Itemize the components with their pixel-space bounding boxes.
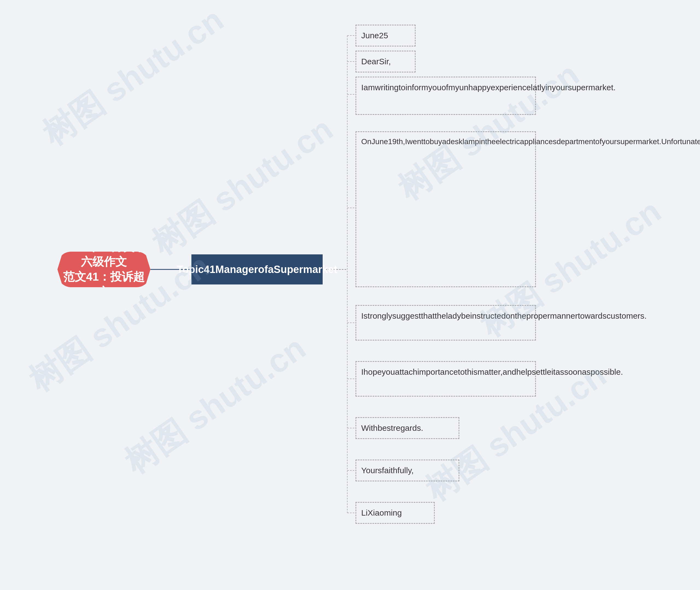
watermark-2: 树图 shutu.cn [143, 107, 342, 265]
box-june25: June25 [355, 25, 416, 46]
box-hope: Ihopeyouattachimportancetothismatter,and… [355, 361, 536, 397]
topic-node-label: Topic41ManagerofaSupermarket [177, 264, 337, 276]
box-name: LiXiaoming [355, 502, 435, 524]
box-regards: Withbestregards. [355, 417, 459, 439]
central-node: 2018年12月英语六级作文 范文41：投诉超市 [57, 252, 150, 287]
watermark-1: 树图 shutu.cn [34, 0, 232, 156]
box-faithfully: Yoursfaithfully, [355, 460, 459, 481]
box-suggestion: Istronglysuggestthattheladybeinstructedo… [355, 305, 536, 340]
watermark-4: 树图 shutu.cn [116, 326, 315, 484]
box-intro: Iamwritingtoinformyouofmyunhappyexperien… [355, 77, 536, 115]
central-node-line1: 2018年12月英语六级作文 [57, 239, 150, 270]
topic-node: Topic41ManagerofaSupermarket [192, 255, 323, 285]
mind-map: 树图 shutu.cn 树图 shutu.cn 树图 shutu.cn 树图 s… [0, 0, 700, 590]
box-main-body: OnJune19th,Iwenttobuyadesklampintheelect… [355, 131, 536, 287]
central-node-line2: 范文41：投诉超市 [57, 270, 150, 299]
box-dear-sir: DearSir, [355, 51, 416, 73]
